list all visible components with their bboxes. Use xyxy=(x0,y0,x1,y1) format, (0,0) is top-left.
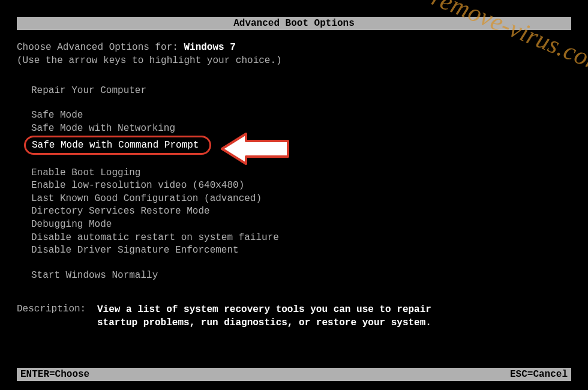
menu-item-disable-driver-sig[interactable]: Disable Driver Signature Enforcement xyxy=(31,244,571,257)
instruction-text: (Use the arrow keys to highlight your ch… xyxy=(17,54,571,67)
description-text-1: View a list of system recovery tools you… xyxy=(97,304,431,317)
menu-item-disable-restart[interactable]: Disable automatic restart on system fail… xyxy=(31,232,571,245)
footer-bar: ENTER=Choose ESC=Cancel xyxy=(17,368,571,381)
footer-enter: ENTER=Choose xyxy=(20,369,89,380)
menu-item-start-normally[interactable]: Start Windows Normally xyxy=(31,269,571,283)
header-prefix: Choose Advanced Options for: xyxy=(17,42,184,53)
menu-item-boot-logging[interactable]: Enable Boot Logging xyxy=(31,167,571,180)
description-text-2: startup problems, run diagnostics, or re… xyxy=(97,317,431,330)
menu-item-repair[interactable]: Repair Your Computer xyxy=(31,85,571,98)
menu-item-safe-mode[interactable]: Safe Mode xyxy=(31,109,571,122)
menu-item-debugging[interactable]: Debugging Mode xyxy=(31,218,571,232)
description-label: Description: xyxy=(17,304,97,329)
footer-esc: ESC=Cancel xyxy=(510,369,568,380)
header-line: Choose Advanced Options for: Windows 7 xyxy=(17,41,571,54)
menu-item-safe-mode-cmd[interactable]: Safe Mode with Command Prompt xyxy=(24,136,211,155)
os-name: Windows 7 xyxy=(184,42,235,53)
menu-item-low-res[interactable]: Enable low-resolution video (640x480) xyxy=(31,179,571,193)
menu-item-directory-services[interactable]: Directory Services Restore Mode xyxy=(31,205,571,218)
menu-item-last-known[interactable]: Last Known Good Configuration (advanced) xyxy=(31,193,571,206)
annotation-arrow-icon xyxy=(216,128,294,173)
menu-item-safe-mode-networking[interactable]: Safe Mode with Networking xyxy=(31,122,571,136)
